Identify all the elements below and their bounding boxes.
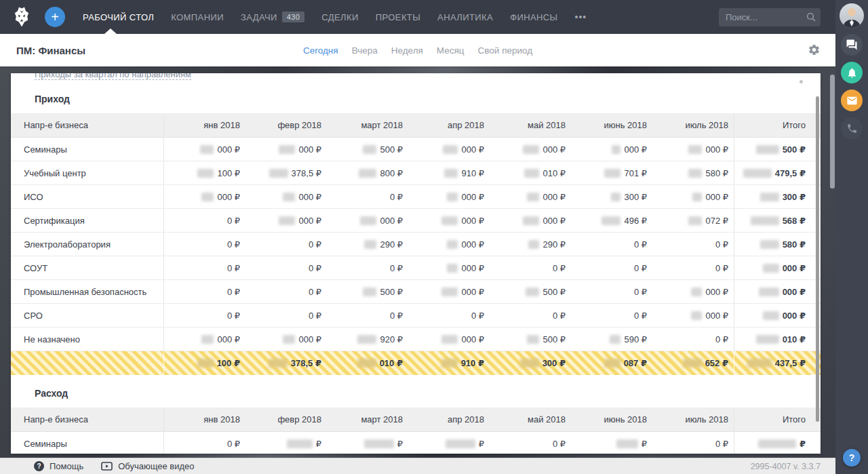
redacted-value — [359, 169, 376, 178]
chat-button[interactable] — [841, 34, 863, 56]
redacted-value — [446, 439, 475, 448]
redacted-value — [357, 359, 376, 368]
redacted-value — [441, 288, 458, 296]
value-cell: 800 ₽ — [327, 161, 408, 184]
redacted-value — [447, 193, 458, 201]
nav-more-ellipsis-icon[interactable]: ••• — [575, 12, 587, 22]
nav-item-projects[interactable]: ПРОЕКТЫ — [376, 12, 420, 22]
redacted-value — [743, 169, 772, 178]
value-cell: 000 ₽ — [327, 209, 408, 232]
column-header: июнь 2018 — [571, 113, 652, 137]
value-cell: 000 ₽ — [490, 138, 571, 161]
redacted-value — [688, 145, 702, 154]
row-label: Электролаборатория — [11, 233, 164, 256]
search-input[interactable] — [719, 8, 821, 26]
redacted-value — [763, 264, 779, 273]
mail-button[interactable] — [841, 90, 863, 111]
nav-item-finances[interactable]: ФИНАНСЫ — [510, 12, 557, 22]
expense-table: Напр-е бизнесаянв 2018февр 2018март 2018… — [11, 408, 821, 454]
value-cell: 500 ₽ — [490, 280, 571, 303]
value-cell: 0 ₽ — [571, 233, 652, 256]
table-row: Не назначено000 ₽000 ₽920 ₽000 ₽500 ₽590… — [11, 328, 821, 351]
row-label: Семинары — [11, 138, 164, 161]
user-avatar[interactable] — [840, 3, 864, 28]
page-scrollbar-thumb[interactable] — [830, 75, 835, 189]
value-cell: 0 ₽ — [408, 304, 490, 327]
value-cell: 000 ₽ — [164, 185, 245, 208]
tab-month[interactable]: Месяц — [437, 45, 465, 56]
value-cell: 0 ₽ — [571, 280, 652, 303]
value-cell: 0 ₽ — [652, 233, 734, 256]
nav-item-deals[interactable]: СДЕЛКИ — [321, 12, 358, 22]
create-new-button[interactable]: + — [45, 7, 65, 27]
value-cell: 0 ₽ — [245, 304, 327, 327]
value-cell: 0 ₽ — [164, 432, 245, 454]
redacted-value — [692, 193, 702, 201]
value-cell: ₽ — [571, 432, 652, 454]
redacted-value — [763, 311, 779, 320]
redacted-value — [363, 145, 376, 154]
redacted-value — [616, 439, 638, 448]
redacted-value — [688, 216, 702, 225]
redacted-value — [447, 264, 458, 273]
value-cell: 0 ₽ — [490, 256, 571, 279]
tab-today[interactable]: Сегодня — [303, 45, 338, 56]
table-row: Семинары000 ₽000 ₽500 ₽000 ₽000 ₽000 ₽00… — [11, 138, 821, 161]
tasks-count-badge: 430 — [282, 12, 305, 22]
help-link[interactable]: ? Помощь — [34, 461, 83, 471]
settings-gear-icon[interactable] — [808, 43, 821, 56]
column-header: июль 2018 — [652, 113, 734, 137]
column-header: янв 2018 — [164, 113, 245, 137]
value-cell: 100 ₽ — [164, 351, 245, 375]
tab-week[interactable]: Неделя — [391, 45, 423, 56]
table-row: Учебный центр100 ₽378,5 ₽800 ₽910 ₽010 ₽… — [11, 161, 821, 185]
value-cell: 010 ₽ — [327, 351, 408, 375]
tab-custom-period[interactable]: Свой период — [478, 45, 533, 56]
search-icon — [806, 12, 816, 22]
phone-button[interactable] — [841, 117, 863, 139]
value-cell: 0 ₽ — [164, 209, 245, 232]
nav-item-analytics[interactable]: АНАЛИТИКА — [437, 12, 493, 22]
grand-total-row: 100 ₽378,5 ₽010 ₽910 ₽300 ₽087 ₽652 ₽437… — [11, 351, 821, 375]
widget-title[interactable]: Приходы за квартал по направлениям — [35, 73, 821, 81]
table-header-row: Напр-е бизнесаянв 2018февр 2018март 2018… — [11, 408, 821, 432]
redacted-value — [269, 169, 288, 178]
notifications-button[interactable] — [841, 62, 863, 83]
value-cell: 010 ₽ — [734, 328, 821, 351]
value-cell: 000 ₽ — [408, 280, 490, 303]
phone-icon — [846, 123, 858, 134]
redacted-value — [197, 169, 214, 178]
help-question-icon: ? — [34, 461, 44, 471]
tutorial-video-link[interactable]: Обучающее видео — [101, 461, 194, 471]
redacted-value — [447, 240, 458, 249]
value-cell: ₽ — [408, 432, 490, 454]
floating-help-button[interactable]: ? — [843, 449, 861, 467]
value-cell: 072 ₽ — [652, 209, 734, 232]
value-cell: 000 ₽ — [734, 280, 821, 303]
widget-scrollbar-thumb[interactable] — [816, 96, 819, 422]
value-cell: 290 ₽ — [490, 233, 571, 256]
value-cell: 580 ₽ — [734, 233, 821, 256]
value-cell: 000 ₽ — [734, 256, 821, 279]
table-row: Семинары0 ₽₽₽₽0 ₽₽0 ₽₽ — [11, 432, 821, 454]
value-cell: 000 ₽ — [652, 138, 734, 161]
nav-item-companies[interactable]: КОМПАНИИ — [171, 12, 224, 22]
redacted-value — [526, 288, 539, 296]
value-cell: 000 ₽ — [652, 280, 734, 303]
income-table: Напр-е бизнесаянв 2018февр 2018март 2018… — [11, 113, 821, 375]
expense-section-heading: Расход — [35, 388, 821, 399]
value-cell: 000 ₽ — [571, 138, 652, 161]
value-cell: 000 ₽ — [652, 304, 734, 327]
video-player-icon — [101, 462, 113, 471]
tab-yesterday[interactable]: Вчера — [352, 45, 378, 56]
bell-icon — [846, 67, 858, 79]
widget-menu-dot-icon[interactable] — [800, 80, 803, 83]
value-cell: 0 ₽ — [164, 233, 245, 256]
value-cell: 496 ₽ — [571, 209, 652, 232]
nav-item-tasks[interactable]: ЗАДАЧИ430 — [241, 12, 304, 22]
nav-item-desktop[interactable]: РАБОЧИЙ СТОЛ — [83, 12, 154, 22]
column-header: июль 2018 — [652, 408, 734, 431]
value-cell: 0 ₽ — [571, 304, 652, 327]
value-cell: 500 ₽ — [327, 280, 408, 303]
redacted-value — [758, 439, 796, 448]
